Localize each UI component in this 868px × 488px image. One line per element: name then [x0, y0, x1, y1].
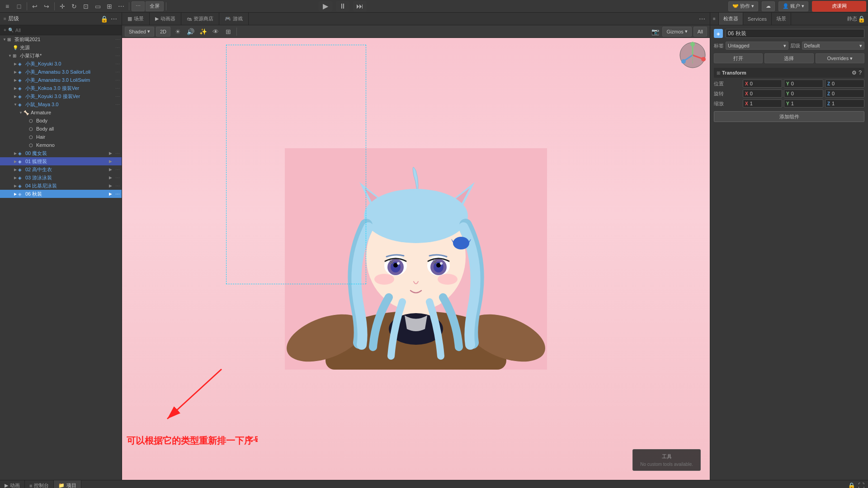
lock-panel-icon[interactable]: 🔒: [847, 482, 855, 488]
item-options[interactable]: ⋯: [115, 102, 122, 107]
pause-btn[interactable]: ⏸: [336, 1, 349, 12]
tree-item-00[interactable]: ▶ ◈ 00 魔女装 ▶ ⋯: [0, 149, 122, 157]
item-options[interactable]: ⋯: [115, 94, 122, 99]
rot-z-field[interactable]: Z 0: [825, 89, 864, 98]
transform-icon[interactable]: ⊞: [104, 1, 115, 12]
tab-animation[interactable]: ▶ 动画: [0, 480, 25, 488]
item-options[interactable]: ⋯: [115, 167, 122, 172]
grid-icon[interactable]: ⊞: [223, 26, 234, 37]
tab-inspector[interactable]: 检查器: [719, 13, 743, 25]
scale-icon[interactable]: ⊡: [80, 1, 91, 12]
select-prefab-btn[interactable]: 选择: [764, 53, 813, 63]
pos-x-field[interactable]: X 0: [743, 80, 782, 88]
redo-icon[interactable]: ↪: [41, 1, 52, 12]
menu-icon[interactable]: ≡: [2, 1, 13, 12]
tab-game[interactable]: 🎮 游戏: [219, 13, 249, 25]
pos-z-field[interactable]: Z 0: [825, 80, 864, 88]
camera-icon[interactable]: 📷: [650, 26, 660, 37]
rotate-icon[interactable]: ↻: [69, 1, 80, 12]
item-options[interactable]: ⋯: [115, 53, 122, 58]
collab-btn[interactable]: 🤝 协作▾: [728, 1, 758, 11]
add-component-btn[interactable]: 添加组件: [714, 111, 864, 122]
tree-item-amanatsu-swim[interactable]: ▶ ◈ 小美_Amanatsu 3.0 LoliSwim ⋯: [0, 76, 122, 84]
transform-header[interactable]: ⊞ Transform ⚙ ?: [714, 68, 864, 78]
pos-y-field[interactable]: Y 0: [784, 80, 823, 88]
tree-item-scene[interactable]: ▼ ⊞ 茶前喝2021 ⋯: [0, 35, 122, 43]
tree-item-kemono[interactable]: ⬡ Kemono: [0, 141, 122, 149]
fullscreen-btn[interactable]: 全屏: [146, 1, 164, 11]
item-options[interactable]: ⋯: [115, 78, 122, 83]
transform-settings-icon[interactable]: ⚙: [852, 70, 857, 76]
item-options[interactable]: ⋯: [115, 183, 122, 188]
play-btn[interactable]: ▶: [319, 1, 332, 12]
translate-icon[interactable]: ✛: [57, 1, 68, 12]
custom-icon[interactable]: ⋯: [116, 1, 127, 12]
tree-item-bodyall[interactable]: ⬡ Body all: [0, 125, 122, 133]
rot-y-field[interactable]: Y 0: [784, 89, 823, 98]
center-btn[interactable]: ⋯: [132, 1, 145, 11]
overrides-btn[interactable]: Overrides▾: [816, 53, 864, 63]
tree-item-armature[interactable]: ▼ 🦴 Armature: [0, 108, 122, 117]
lighting-icon[interactable]: ☀: [172, 26, 183, 37]
tab-project[interactable]: 📁 项目: [54, 480, 81, 488]
layers-btn[interactable]: All: [693, 27, 707, 37]
item-options[interactable]: ⋯: [115, 70, 122, 75]
layer-dropdown[interactable]: Default▾: [802, 42, 865, 50]
dimension-btn[interactable]: 2D: [156, 27, 170, 37]
item-options[interactable]: ⋯: [115, 159, 122, 164]
item-options[interactable]: ⋯: [115, 45, 122, 50]
hierarchy-search-input[interactable]: [15, 28, 118, 33]
effects-icon[interactable]: ✨: [198, 26, 208, 37]
step-btn[interactable]: ⏭: [353, 1, 367, 12]
gizmos-btn[interactable]: Gizmos▾: [662, 27, 691, 37]
item-options[interactable]: ⋯: [115, 61, 122, 66]
panel-options-icon[interactable]: ⋯: [698, 15, 706, 23]
viewport-gizmo[interactable]: Y X Z: [679, 42, 706, 69]
transform-help-icon[interactable]: ?: [859, 70, 862, 76]
open-prefab-btn[interactable]: 打开: [714, 53, 763, 63]
tree-item-koyuki[interactable]: ▶ ◈ 小美_Koyuki 3.0 ⋯: [0, 60, 122, 68]
tree-item-order[interactable]: ▼ ⊞ 小菜订单* ⋯: [0, 52, 122, 60]
item-options[interactable]: ⋯: [115, 175, 122, 180]
tree-item-01[interactable]: ▶ ◈ 01 狐狸装 ▶ ⋯: [0, 157, 122, 165]
cloud-btn[interactable]: ☁: [762, 1, 775, 11]
shading-dropdown[interactable]: Shaded▾: [125, 27, 154, 37]
lock-icon[interactable]: 🔒: [100, 15, 108, 23]
tree-item-amanatsu-sailor[interactable]: ▶ ◈ 小美_Amanatsu 3.0 SailorLoli ⋯: [0, 68, 122, 76]
tab-services[interactable]: Services: [743, 13, 772, 25]
tab-console[interactable]: ≡ 控制台: [25, 480, 54, 488]
tab-scene[interactable]: ▦ 场景: [122, 13, 150, 25]
hierarchy-add-btn[interactable]: +: [4, 28, 6, 33]
tree-item-koyuki-ver[interactable]: ▶ ◈ 小美_Koyuki 3.0 接装Ver ⋯: [0, 92, 122, 100]
scale-y-field[interactable]: Y 1: [784, 99, 823, 108]
scale-z-field[interactable]: Z 1: [825, 99, 864, 108]
more-icon[interactable]: ⋯: [110, 15, 118, 23]
tree-item-maya[interactable]: ▼ ◈ 小鼠_Maya 3.0 ⋯: [0, 100, 122, 108]
tab-scene-view[interactable]: 场景: [772, 13, 791, 25]
audio-icon[interactable]: 🔊: [185, 26, 196, 37]
scale-x-field[interactable]: X 1: [743, 99, 782, 108]
rect-icon[interactable]: ▭: [92, 1, 103, 12]
tab-assetstore[interactable]: 🛍 资源商店: [181, 13, 219, 25]
tree-item-02[interactable]: ▶ ◈ 02 高中生衣 ▶ ⋯: [0, 165, 122, 174]
item-options[interactable]: ⋯: [115, 192, 122, 197]
object-name-field[interactable]: 06 秋装: [726, 29, 864, 38]
tree-item-kokoa[interactable]: ▶ ◈ 小美_Kokoa 3.0 接装Ver ⋯: [0, 84, 122, 92]
item-options[interactable]: ⋯: [115, 151, 122, 156]
file-icon[interactable]: □: [14, 1, 24, 12]
rot-x-field[interactable]: X 0: [743, 89, 782, 98]
item-options[interactable]: ⋯: [115, 86, 122, 91]
tree-item-body[interactable]: ⬡ Body: [0, 117, 122, 125]
tag-dropdown[interactable]: Untagged▾: [726, 42, 788, 50]
tree-item-04[interactable]: ▶ ◈ 04 比基尼泳装 ▶ ⋯: [0, 182, 122, 190]
hidden-icon[interactable]: 👁: [210, 26, 221, 37]
tree-item-03[interactable]: ▶ ◈ 03 游泳泳装 ▶ ⋯: [0, 174, 122, 182]
account-btn[interactable]: 👤 账户▾: [778, 1, 808, 11]
tab-animator[interactable]: ▶ 动画器: [150, 13, 181, 25]
item-options[interactable]: ⋯: [115, 37, 122, 42]
undo-icon[interactable]: ↩: [29, 1, 40, 12]
viewport[interactable]: Y X Z 工具 No custom tools available.: [122, 38, 710, 480]
tree-item-light[interactable]: 💡 光源 ⋯: [0, 43, 122, 52]
tree-item-hair[interactable]: ⬡ Hair: [0, 133, 122, 141]
expand-panel-icon[interactable]: ⛶: [857, 482, 865, 488]
